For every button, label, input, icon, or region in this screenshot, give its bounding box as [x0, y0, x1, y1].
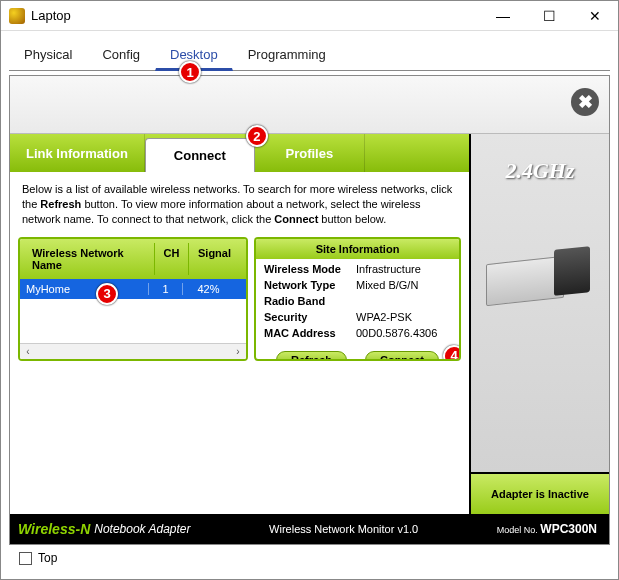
network-list-panel: Wireless Network Name CH Signal MyHome 1…: [18, 237, 248, 361]
footer-center: Wireless Network Monitor v1.0: [269, 523, 418, 535]
refresh-button[interactable]: Refresh: [276, 351, 347, 361]
wireless-app: ✖ Link Information Connect 2 Profiles Be…: [9, 75, 610, 545]
network-list-body: MyHome 1 42% 3 ‹ ›: [20, 279, 246, 359]
action-buttons: Refresh Connect 4: [256, 347, 459, 361]
scroll-right-icon[interactable]: ›: [230, 343, 246, 359]
band-label: 2.4GHz: [505, 158, 574, 184]
instructions-text: Below is a list of available wireless ne…: [10, 172, 469, 237]
app-body: Link Information Connect 2 Profiles Belo…: [10, 134, 609, 514]
tab-programming[interactable]: Programming: [233, 40, 341, 71]
close-button[interactable]: ✕: [572, 1, 618, 30]
value-security: WPA2-PSK: [356, 311, 412, 327]
adapter-status: Adapter is Inactive: [471, 474, 609, 514]
scroll-left-icon[interactable]: ‹: [20, 343, 36, 359]
laptop-icon: [9, 8, 25, 24]
col-name: Wireless Network Name: [26, 243, 154, 275]
wtab-connect[interactable]: Connect 2: [145, 138, 255, 172]
window-controls: — ☐ ✕: [480, 1, 618, 30]
app-close-icon[interactable]: ✖: [571, 88, 599, 116]
value-network-type: Mixed B/G/N: [356, 279, 418, 295]
label-radio-band: Radio Band: [264, 295, 356, 311]
wtab-connect-label: Connect: [174, 148, 226, 163]
footer-product: Notebook Adapter: [94, 522, 190, 536]
maximize-button[interactable]: ☐: [526, 1, 572, 30]
panels-row: Wireless Network Name CH Signal MyHome 1…: [10, 237, 469, 369]
wtab-profiles[interactable]: Profiles: [255, 134, 365, 172]
tab-physical[interactable]: Physical: [9, 40, 87, 71]
col-ch: CH: [154, 243, 188, 275]
bottom-options: Top: [9, 545, 610, 571]
label-wireless-mode: Wireless Mode: [264, 263, 356, 279]
network-ch: 1: [148, 283, 182, 295]
wtab-link-info[interactable]: Link Information: [10, 134, 145, 172]
horizontal-scrollbar[interactable]: ‹ ›: [20, 343, 246, 359]
footer-model: Model No. WPC300N: [497, 522, 597, 536]
app-footer: Wireless-N Notebook Adapter Wireless Net…: [10, 514, 609, 544]
col-signal: Signal: [188, 243, 240, 275]
callout-4: 4: [443, 345, 461, 361]
label-security: Security: [264, 311, 356, 327]
adapter-card-image: [486, 244, 594, 314]
callout-1: 1: [179, 61, 201, 83]
wireless-tabs: Link Information Connect 2 Profiles: [10, 134, 469, 172]
tab-config[interactable]: Config: [87, 40, 155, 71]
main-column: Link Information Connect 2 Profiles Belo…: [10, 134, 469, 514]
site-info-grid: Wireless ModeInfrastructure Network Type…: [256, 259, 459, 347]
connect-button[interactable]: Connect: [365, 351, 439, 361]
network-row[interactable]: MyHome 1 42% 3: [20, 279, 246, 299]
value-wireless-mode: Infrastructure: [356, 263, 421, 279]
side-top: 2.4GHz: [471, 134, 609, 474]
callout-3: 3: [96, 283, 118, 305]
site-info-panel: Site Information Wireless ModeInfrastruc…: [254, 237, 461, 361]
top-checkbox[interactable]: [19, 552, 32, 565]
content-area: Physical Config Desktop Programming 1 ✖ …: [1, 31, 618, 579]
network-name: MyHome: [20, 283, 148, 295]
minimize-button[interactable]: —: [480, 1, 526, 30]
site-info-title: Site Information: [256, 239, 459, 259]
network-list-header: Wireless Network Name CH Signal: [20, 239, 246, 279]
window-title: Laptop: [31, 8, 480, 23]
label-network-type: Network Type: [264, 279, 356, 295]
app-window: Laptop — ☐ ✕ Physical Config Desktop Pro…: [0, 0, 619, 580]
outer-tabs: Physical Config Desktop Programming 1: [9, 39, 610, 71]
side-column: 2.4GHz Adapter is Inactive: [469, 134, 609, 514]
value-mac: 00D0.5876.4306: [356, 327, 437, 343]
label-mac: MAC Address: [264, 327, 356, 343]
app-topbar: ✖: [10, 76, 609, 134]
top-checkbox-label: Top: [38, 551, 57, 565]
titlebar: Laptop — ☐ ✕: [1, 1, 618, 31]
network-signal: 42%: [182, 283, 234, 295]
footer-brand: Wireless-N: [18, 521, 90, 537]
callout-2: 2: [246, 125, 268, 147]
